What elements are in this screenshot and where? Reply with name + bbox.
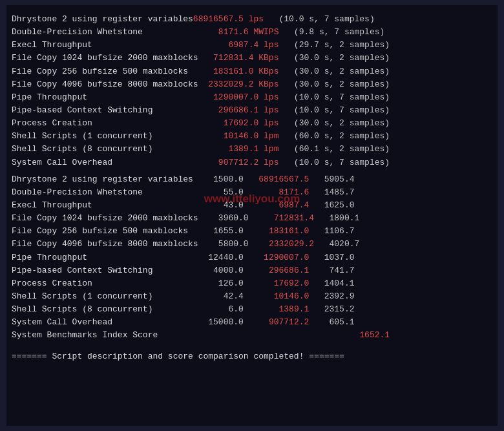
result-row: File Copy 256 bufsize 500 maxblocks 1831… (12, 65, 492, 78)
index-row: Pipe-based Context Switching 4000.0 2966… (12, 264, 492, 277)
result-row: Double-Precision Whetstone 8171.6 MWIPS … (12, 26, 492, 39)
index-row: System Call Overhead 15000.0 907712.2 60… (12, 316, 492, 329)
result-row: Shell Scripts (8 concurrent) 1389.1 lpm … (12, 143, 492, 156)
index-row: Shell Scripts (8 concurrent) 6.0 1389.1 … (12, 303, 492, 316)
result-row: System Call Overhead 907712.2 lps (10.0 … (12, 156, 492, 169)
index-section: Dhrystone 2 using register variables 150… (12, 173, 492, 330)
result-row: Pipe Throughput 1290007.0 lps (10.0 s, 7… (12, 91, 492, 104)
index-row: Pipe Throughput 12440.0 1290007.0 1037.0 (12, 251, 492, 264)
separator-bottom: ======= Script description and score com… (12, 350, 492, 363)
index-row: File Copy 4096 bufsize 8000 maxblocks 58… (12, 238, 492, 251)
result-row: Shell Scripts (1 concurrent) 10146.0 lpm… (12, 130, 492, 143)
result-row: Process Creation 17692.0 lps (30.0 s, 2 … (12, 117, 492, 130)
result-row: Dhrystone 2 using register variables6891… (12, 13, 492, 26)
index-row: Execl Throughput 43.0 6987.4 1625.0 (12, 199, 492, 212)
terminal-window: Dhrystone 2 using register variables6891… (6, 5, 498, 426)
index-row: Process Creation 126.0 17692.0 1404.1 (12, 277, 492, 290)
index-row: Dhrystone 2 using register variables 150… (12, 173, 492, 186)
results-section: Dhrystone 2 using register variables6891… (12, 13, 492, 169)
score-line: System Benchmarks Index Score 1652.1 (12, 329, 492, 342)
result-row: Execl Throughput 6987.4 lps (29.7 s, 2 s… (12, 39, 492, 52)
index-row: File Copy 256 bufsize 500 maxblocks 1655… (12, 225, 492, 238)
result-row: Pipe-based Context Switching 296686.1 lp… (12, 104, 492, 117)
result-row: File Copy 4096 bufsize 8000 maxblocks 23… (12, 78, 492, 91)
result-row: File Copy 1024 bufsize 2000 maxblocks 71… (12, 52, 492, 65)
index-row: Shell Scripts (1 concurrent) 42.4 10146.… (12, 290, 492, 303)
index-row: File Copy 1024 bufsize 2000 maxblocks 39… (12, 212, 492, 225)
index-row: Double-Precision Whetstone 55.0 8171.6 1… (12, 186, 492, 199)
